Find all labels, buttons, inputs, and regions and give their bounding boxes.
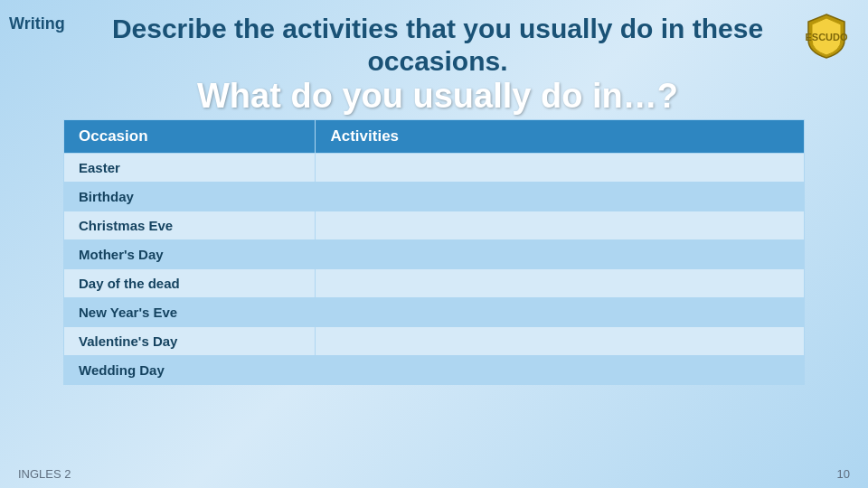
col-occasion-header: Occasion <box>64 119 316 153</box>
occasion-cell: Easter <box>64 153 316 182</box>
occasion-cell: Day of the dead <box>64 268 316 297</box>
occasion-cell: Birthday <box>64 182 316 211</box>
page-subtitle: What do you usually do in…? <box>72 78 803 116</box>
activities-cell <box>316 211 805 239</box>
occasions-table: Occasion Activities EasterBirthdayChrist… <box>63 119 805 385</box>
table-container: Occasion Activities EasterBirthdayChrist… <box>63 119 805 385</box>
page-container: Writing Describe the activities that you… <box>0 0 868 488</box>
occasion-cell: New Year's Eve <box>64 297 316 326</box>
occasion-cell: Christmas Eve <box>64 211 316 239</box>
table-row: Birthday <box>64 182 805 211</box>
occasion-cell: Mother's Day <box>64 239 316 268</box>
footer: INGLES 2 10 <box>0 467 868 481</box>
table-row: Mother's Day <box>64 239 805 268</box>
title-block: Describe the activities that you usually… <box>72 9 803 116</box>
activities-cell <box>316 297 805 326</box>
activities-cell <box>316 268 805 297</box>
header: Writing Describe the activities that you… <box>0 0 868 116</box>
occasion-cell: Wedding Day <box>64 355 316 384</box>
table-row: Day of the dead <box>64 268 805 297</box>
table-row: Valentine's Day <box>64 326 805 355</box>
footer-left: INGLES 2 <box>18 467 71 481</box>
logo-icon: ESCUDO <box>803 13 850 60</box>
table-row: Wedding Day <box>64 355 805 384</box>
activities-cell <box>316 153 805 182</box>
writing-label: Writing <box>9 14 72 33</box>
activities-cell <box>316 355 805 384</box>
table-row: Easter <box>64 153 805 182</box>
occasion-cell: Valentine's Day <box>64 326 316 355</box>
page-title: Describe the activities that you usually… <box>72 13 803 78</box>
table-body: EasterBirthdayChristmas EveMother's DayD… <box>64 153 805 384</box>
table-row: New Year's Eve <box>64 297 805 326</box>
activities-cell <box>316 239 805 268</box>
col-activities-header: Activities <box>316 119 805 153</box>
footer-right: 10 <box>837 467 850 481</box>
activities-cell <box>316 182 805 211</box>
table-row: Christmas Eve <box>64 211 805 239</box>
table-header-row: Occasion Activities <box>64 119 805 153</box>
svg-text:ESCUDO: ESCUDO <box>805 32 848 42</box>
activities-cell <box>316 326 805 355</box>
